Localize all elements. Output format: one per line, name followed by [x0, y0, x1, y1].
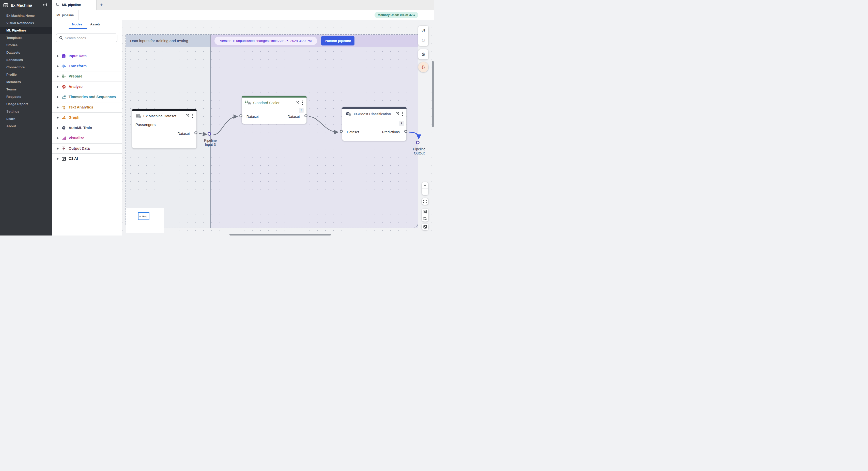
tab-nodes[interactable]: Nodes [72, 20, 82, 29]
sidebar-item-teams[interactable]: Teams [0, 86, 52, 93]
category-output-data[interactable]: Output Data [52, 144, 122, 154]
caret-right-icon[interactable] [57, 65, 59, 68]
port-in-dataset[interactable] [340, 130, 343, 133]
horizontal-scrollbar-thumb[interactable] [229, 234, 331, 236]
pipeline-input-port[interactable] [208, 132, 211, 136]
category-automl-train[interactable]: AutoML Train [52, 123, 122, 133]
upload-icon [61, 146, 66, 151]
port-in-dataset[interactable] [239, 114, 242, 117]
selection-toolbar [422, 209, 428, 222]
fit-view-icon[interactable] [422, 198, 428, 205]
pipeline-input-label: PipelineInput 3 [195, 138, 226, 147]
sidebar-item-connectors[interactable]: Connectors [0, 64, 52, 71]
brand-row: Ex Machina [0, 0, 52, 11]
line-chart-icon [61, 95, 66, 99]
port-out-dataset[interactable] [304, 114, 307, 117]
sidebar-item-settings[interactable]: Settings [0, 108, 52, 115]
open-node-external-icon[interactable] [395, 112, 399, 117]
undo-icon[interactable]: ↺ [418, 26, 428, 36]
node-standard-scaler[interactable]: Standard Scaler ~ Dataset Dataset [242, 96, 307, 124]
vertical-scrollbar-thumb[interactable] [432, 61, 434, 127]
node-accent-bar [242, 96, 307, 98]
category-label: Visualize [69, 136, 84, 140]
port-out-predictions[interactable] [404, 130, 407, 133]
node-menu-kebab-icon[interactable] [402, 112, 403, 117]
category-c3-ai[interactable]: C3 AI [52, 154, 122, 164]
port-out-dataset[interactable] [194, 131, 197, 134]
sidebar-item-datasets[interactable]: Datasets [0, 49, 52, 56]
function-toggle-icon[interactable]: ~ [399, 121, 404, 126]
settings-gear-icon[interactable]: ⚙ [418, 49, 428, 59]
category-label: Prepare [69, 74, 82, 78]
category-visualize[interactable]: Visualize [52, 133, 122, 144]
tab-ml-pipeline[interactable]: ML pipeline [52, 0, 97, 10]
category-input-data[interactable]: Input Data [52, 51, 122, 61]
sidebar: Ex Machina Ex Machina Home Visual Notebo… [0, 0, 52, 236]
svg-text:AB: AB [62, 105, 65, 108]
tab-assets[interactable]: Assets [90, 20, 101, 29]
category-text-analytics[interactable]: AB Text Analytics [52, 102, 122, 113]
pipeline-subtab[interactable]: ML pipeline [52, 10, 79, 20]
minimap[interactable] [126, 208, 164, 233]
caret-right-icon[interactable] [57, 96, 59, 98]
collapse-sidebar-icon[interactable] [43, 3, 47, 8]
zoom-toolbar: + − [422, 182, 428, 195]
publish-pipeline-button[interactable]: Publish pipeline [321, 36, 354, 45]
sidebar-item-stories[interactable]: Stories [0, 41, 52, 49]
node-menu-kebab-icon[interactable] [192, 114, 193, 119]
sidebar-item-profile[interactable]: Profile [0, 71, 52, 78]
open-node-external-icon[interactable] [295, 100, 300, 106]
document-tab-strip: ML pipeline + [52, 0, 434, 10]
zoom-out-icon[interactable]: − [422, 189, 428, 195]
gem-icon [61, 85, 66, 89]
sidebar-item-learn[interactable]: Learn [0, 115, 52, 122]
caret-right-icon[interactable] [57, 147, 59, 150]
memory-usage-badge: Memory Used: 0% of 32G [375, 12, 418, 18]
node-title: Standard Scaler [253, 101, 280, 105]
sidebar-item-ml-pipelines[interactable]: ML Pipelines [0, 27, 52, 34]
node-ex-machina-dataset[interactable]: Ex Machina Dataset Passengers Dataset [132, 109, 197, 149]
output-port-label: Dataset [288, 115, 300, 119]
category-timeseries[interactable]: Timeseries and Sequences [52, 92, 122, 102]
pipeline-output-port[interactable] [416, 141, 420, 144]
node-xgboost-classification[interactable]: XGBoost Classification ~ Dataset Predict… [342, 107, 407, 141]
category-prepare[interactable]: Prepare [52, 71, 122, 82]
pipeline-pipe-icon [55, 3, 59, 7]
sidebar-item-usage-report[interactable]: Usage Report [0, 100, 52, 108]
caret-right-icon[interactable] [57, 116, 59, 119]
node-menu-kebab-icon[interactable] [302, 100, 303, 106]
caret-right-icon[interactable] [57, 55, 59, 57]
sidebar-item-requests[interactable]: Requests [0, 93, 52, 100]
caret-right-icon[interactable] [57, 127, 59, 129]
caret-right-icon[interactable] [57, 158, 59, 160]
zoom-in-icon[interactable]: + [422, 182, 428, 189]
category-transform[interactable]: Transform [52, 61, 122, 72]
sidebar-item-ex-machina-home[interactable]: Ex Machina Home [0, 12, 52, 19]
category-analyze[interactable]: Analyze [52, 82, 122, 92]
dots-grid-icon [61, 74, 66, 79]
minimap-viewport[interactable] [138, 212, 149, 220]
sidebar-item-members[interactable]: Members [0, 78, 52, 86]
open-node-external-icon[interactable] [185, 114, 190, 119]
category-graph[interactable]: Graph [52, 113, 122, 123]
sidebar-item-templates[interactable]: Templates [0, 34, 52, 41]
function-toggle-icon[interactable]: ~ [299, 108, 304, 113]
caret-right-icon[interactable] [57, 137, 59, 139]
search-nodes-box[interactable] [56, 34, 117, 42]
code-braces-icon[interactable]: {} [418, 62, 428, 72]
search-input[interactable] [65, 34, 116, 41]
sidebar-item-about[interactable]: About [0, 122, 52, 130]
minimap-toggle-icon[interactable] [422, 224, 428, 230]
new-tab-button[interactable]: + [97, 0, 106, 10]
brain-icon [345, 111, 351, 117]
pipeline-output-label: PipelineOutput [404, 147, 434, 155]
select-nodes-icon[interactable] [422, 209, 428, 215]
caret-right-icon[interactable] [57, 75, 59, 78]
redo-icon[interactable]: ↻ [418, 36, 428, 46]
caret-right-icon[interactable] [57, 106, 59, 109]
caret-right-icon[interactable] [57, 86, 59, 88]
group-nodes-icon[interactable] [422, 215, 428, 222]
sidebar-item-schedules[interactable]: Schedules [0, 56, 52, 64]
fit-view-card [422, 198, 428, 205]
sidebar-item-visual-notebooks[interactable]: Visual Notebooks [0, 19, 52, 27]
